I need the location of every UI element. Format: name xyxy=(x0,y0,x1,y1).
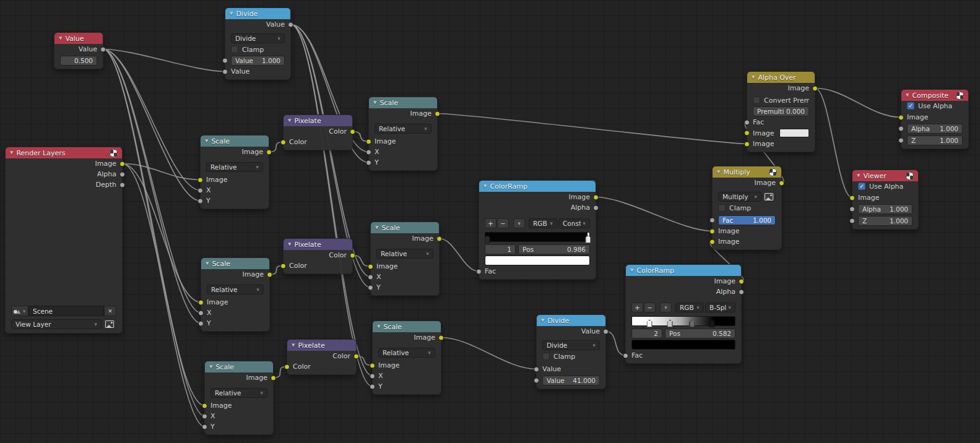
socket-in_y[interactable] xyxy=(198,320,204,326)
socket-in_image[interactable] xyxy=(198,299,204,305)
node-header[interactable]: ▼ColorRamp xyxy=(479,181,596,192)
socket-in_y[interactable] xyxy=(370,384,375,389)
node-scale4[interactable]: ▼ScaleImageRelative∨ImageXY xyxy=(370,222,440,296)
node-header[interactable]: ▼Alpha Over xyxy=(747,72,815,83)
node-link[interactable] xyxy=(123,164,201,180)
node-scale1[interactable]: ▼ScaleImageRelative∨ImageXY xyxy=(200,135,269,209)
node-link[interactable] xyxy=(123,164,205,406)
interpolation-dropdown[interactable]: B-Spline∨ xyxy=(705,303,735,312)
node-link[interactable] xyxy=(103,49,225,72)
node-header[interactable]: ▼Composite xyxy=(901,90,968,101)
view-layer-dropdown[interactable]: View Layer∨ xyxy=(11,319,102,329)
node-header[interactable]: ▼Divide xyxy=(225,8,290,19)
socket-in_x[interactable] xyxy=(198,310,204,316)
socket-in_image[interactable] xyxy=(370,363,375,368)
node-divide2[interactable]: ▼DivideValueDivide∨ClampValueValue41.000 xyxy=(536,314,606,389)
ramp-stop-marker[interactable] xyxy=(709,320,715,327)
socket-in_image[interactable] xyxy=(368,264,373,269)
render-layer-button[interactable] xyxy=(103,319,116,329)
socket-out[interactable] xyxy=(271,375,276,381)
node-link[interactable] xyxy=(606,332,626,356)
node-scale2[interactable]: ▼ScaleImageRelative∨ImageXY xyxy=(368,97,438,171)
stop-position-field[interactable]: Pos0.986 xyxy=(518,244,590,254)
interpolation-dropdown[interactable]: Constant∨ xyxy=(558,218,590,228)
socket-in_fac[interactable] xyxy=(476,269,482,274)
ramp-stop-marker[interactable] xyxy=(689,320,695,327)
number-field[interactable]: Z1.000 xyxy=(858,216,913,226)
socket-in_alpha[interactable] xyxy=(849,206,855,212)
ramp-options-button[interactable]: ∨ xyxy=(660,303,672,312)
stop-index-field[interactable]: 2 xyxy=(631,329,662,338)
node-header[interactable]: ▼Pixelate xyxy=(287,340,356,351)
socket-in_x[interactable] xyxy=(366,149,371,155)
socket-in_img2[interactable] xyxy=(744,141,750,147)
checkbox[interactable] xyxy=(542,353,550,360)
blend-mode-dropdown[interactable]: Multiply∨ xyxy=(718,192,761,202)
socket-out_alpha[interactable] xyxy=(739,289,744,295)
colorramp-gradient[interactable] xyxy=(631,316,735,326)
stop-position-field[interactable]: Pos0.582 xyxy=(665,329,735,338)
socket-out[interactable] xyxy=(812,85,818,91)
socket-in_image[interactable] xyxy=(197,177,203,183)
node-value[interactable]: ▼ValueValue0.500 xyxy=(54,32,103,69)
socket-in_image[interactable] xyxy=(202,403,207,408)
checkbox[interactable] xyxy=(231,46,238,53)
remove-stop-button[interactable]: − xyxy=(644,303,656,312)
socket-out[interactable] xyxy=(353,353,359,359)
node-header[interactable]: ▼Pixelate xyxy=(284,115,352,126)
number-field[interactable]: Alpha1.000 xyxy=(907,124,963,134)
remove-stop-button[interactable]: − xyxy=(497,218,509,228)
socket-in_x[interactable] xyxy=(370,373,375,379)
socket-in_value[interactable] xyxy=(534,366,539,372)
number-field[interactable]: Z1.000 xyxy=(907,135,963,145)
mode-dropdown[interactable]: Relative∨ xyxy=(378,348,435,358)
mode-dropdown[interactable]: Relative∨ xyxy=(207,285,264,295)
socket-out_image[interactable] xyxy=(119,161,125,166)
mode-dropdown[interactable]: Relative∨ xyxy=(376,249,433,259)
socket-out_image[interactable] xyxy=(739,278,744,284)
node-multiply[interactable]: ▼MultiplyImageMultiply∨ClampFac1.000Imag… xyxy=(712,166,782,250)
socket-in_alpha[interactable] xyxy=(898,126,904,131)
socket-out[interactable] xyxy=(779,180,784,186)
socket-in_img1[interactable] xyxy=(709,228,715,234)
ramp-stop-marker[interactable] xyxy=(647,320,653,327)
socket-in_image[interactable] xyxy=(898,114,904,120)
color-mode-dropdown[interactable]: RGB∨ xyxy=(529,218,557,228)
color-mode-dropdown[interactable]: RGB∨ xyxy=(675,303,704,312)
checkbox[interactable] xyxy=(753,97,760,104)
node-header[interactable]: ▼Scale xyxy=(201,135,269,147)
node-header[interactable]: ▼Value xyxy=(54,33,103,44)
mode-dropdown[interactable]: Relative∨ xyxy=(206,162,263,172)
node-alpha_over[interactable]: ▼Alpha OverImageConvert Premulti...Premu… xyxy=(747,71,815,152)
number-field[interactable]: Alpha1.000 xyxy=(858,204,913,214)
node-viewer[interactable]: ▼Viewer✓Use AlphaImageAlpha1.000Z1.000 xyxy=(852,170,919,230)
node-scale6[interactable]: ▼ScaleImageRelative∨ImageXY xyxy=(204,361,274,435)
socket-in_image[interactable] xyxy=(366,139,371,144)
ramp-stop-marker[interactable] xyxy=(667,320,673,327)
add-stop-button[interactable]: + xyxy=(631,303,643,312)
socket-out[interactable] xyxy=(267,272,272,277)
node-header[interactable]: ▼Scale xyxy=(371,222,439,233)
number-field[interactable]: Fac1.000 xyxy=(718,215,776,225)
node-pixelate3[interactable]: ▼PixelateColorColor xyxy=(287,339,357,375)
node-header[interactable]: ▼Multiply xyxy=(713,166,781,178)
socket-out[interactable] xyxy=(350,252,355,258)
image-icon-button[interactable] xyxy=(763,192,775,202)
socket-in_y[interactable] xyxy=(366,160,371,165)
node-scale5[interactable]: ▼ScaleImageRelative∨ImageXY xyxy=(372,320,441,395)
socket-out[interactable] xyxy=(100,46,106,52)
socket-out[interactable] xyxy=(438,335,444,340)
add-stop-button[interactable]: + xyxy=(485,218,497,228)
node-divide1[interactable]: ▼DivideValueDivide∨ClampValue1.000Value xyxy=(225,7,291,80)
socket-out[interactable] xyxy=(435,111,440,116)
node-pixelate2[interactable]: ▼PixelateColorColor xyxy=(283,238,353,274)
node-link[interactable] xyxy=(440,239,479,272)
checkbox[interactable]: ✓ xyxy=(858,183,865,190)
node-render_layers[interactable]: ▼Render LayersImageAlphaDepth∨Scene✕View… xyxy=(5,147,123,333)
number-field[interactable]: Premultiplie0.000 xyxy=(753,106,809,116)
node-link[interactable] xyxy=(441,338,537,369)
socket-in_x[interactable] xyxy=(202,413,207,419)
socket-in_fac[interactable] xyxy=(623,353,628,358)
socket-out[interactable] xyxy=(350,129,355,134)
node-header[interactable]: ▼Viewer xyxy=(852,170,918,181)
